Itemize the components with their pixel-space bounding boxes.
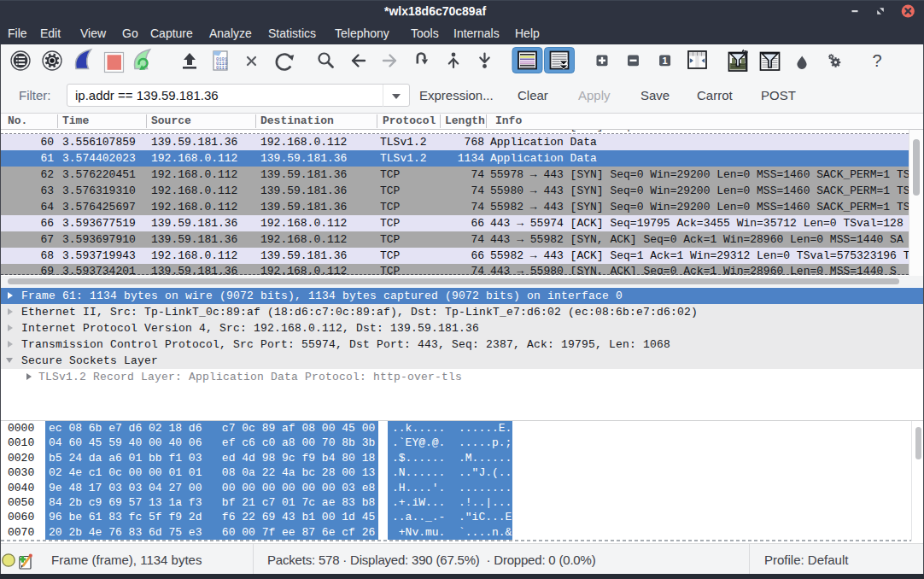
svg-text:?: ? <box>872 51 881 70</box>
svg-text:1: 1 <box>663 56 668 66</box>
svg-text:0111: 0111 <box>216 65 228 71</box>
